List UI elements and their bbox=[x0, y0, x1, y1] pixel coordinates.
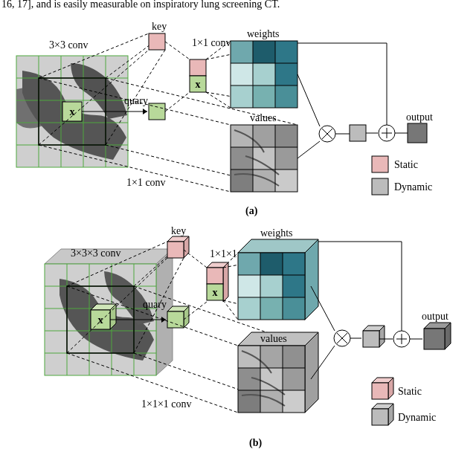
b-output-label: output bbox=[422, 311, 448, 322]
svg-rect-100 bbox=[167, 311, 184, 328]
a-legend-dynamic: Dynamic bbox=[394, 181, 432, 193]
svg-rect-35 bbox=[253, 63, 275, 85]
svg-marker-17 bbox=[143, 109, 147, 114]
svg-rect-32 bbox=[253, 41, 275, 63]
panel-b: x 3×3×3 conv key quary 1×1×1 conv bbox=[45, 225, 451, 449]
a-output-label: output bbox=[406, 112, 433, 123]
svg-rect-137 bbox=[260, 368, 283, 390]
svg-rect-119 bbox=[283, 253, 305, 275]
svg-rect-45 bbox=[231, 125, 253, 147]
svg-rect-166 bbox=[372, 383, 388, 399]
svg-rect-140 bbox=[260, 390, 283, 413]
svg-marker-108 bbox=[223, 262, 228, 302]
svg-marker-115 bbox=[238, 239, 318, 253]
svg-line-23 bbox=[165, 42, 190, 59]
svg-rect-117 bbox=[238, 253, 260, 275]
svg-rect-52 bbox=[253, 169, 275, 192]
b-caption: (b) bbox=[249, 437, 262, 449]
svg-rect-34 bbox=[231, 63, 253, 85]
svg-rect-38 bbox=[253, 85, 275, 108]
b-weights-label: weights bbox=[260, 227, 293, 239]
svg-rect-109 bbox=[207, 268, 223, 284]
svg-rect-133 bbox=[238, 346, 260, 368]
svg-rect-154 bbox=[363, 331, 379, 347]
svg-rect-51 bbox=[231, 169, 253, 192]
svg-rect-47 bbox=[275, 125, 298, 147]
b-legend-static: Static bbox=[398, 386, 422, 397]
b-key-label: key bbox=[171, 225, 186, 236]
a-weights-label: weights bbox=[247, 28, 280, 39]
svg-rect-46 bbox=[253, 125, 275, 147]
b-values-label: values bbox=[260, 333, 287, 344]
svg-rect-135 bbox=[283, 346, 305, 368]
a-conv1-label: 1×1 conv bbox=[126, 177, 166, 188]
svg-rect-123 bbox=[238, 297, 260, 320]
svg-rect-73 bbox=[372, 178, 388, 195]
svg-rect-37 bbox=[231, 85, 253, 108]
svg-rect-25 bbox=[190, 59, 206, 76]
diagram-canvas: 16, 17], and is easily measurable on ins… bbox=[0, 0, 476, 475]
context-text: 16, 17], and is easily measurable on ins… bbox=[1, 0, 280, 10]
svg-rect-121 bbox=[260, 275, 283, 297]
svg-rect-169 bbox=[372, 409, 388, 425]
a-weights-grid: weights bbox=[231, 28, 298, 108]
b-values-cube: values bbox=[238, 332, 318, 413]
svg-rect-15 bbox=[149, 33, 165, 50]
svg-rect-124 bbox=[260, 297, 283, 320]
panel-a: x 3×3 conv key quary 1×1 conv x 1×1 conv bbox=[16, 21, 433, 217]
svg-rect-49 bbox=[253, 147, 275, 169]
svg-rect-122 bbox=[283, 275, 305, 297]
svg-rect-31 bbox=[231, 41, 253, 63]
a-quary-label: quary bbox=[124, 95, 148, 106]
svg-rect-125 bbox=[283, 297, 305, 320]
b-quary-label: quary bbox=[143, 299, 167, 310]
b-conv3-label: 3×3×3 conv bbox=[71, 248, 121, 259]
svg-rect-139 bbox=[238, 390, 260, 413]
svg-rect-39 bbox=[275, 85, 298, 108]
a-legend: Static Dynamic bbox=[372, 156, 432, 195]
svg-rect-50 bbox=[275, 147, 298, 169]
svg-line-24 bbox=[165, 92, 190, 112]
a-values-label: values bbox=[250, 112, 277, 123]
svg-rect-72 bbox=[372, 156, 388, 172]
svg-line-59 bbox=[298, 74, 320, 126]
b-x-stack: x bbox=[213, 287, 218, 298]
b-legend-dynamic: Dynamic bbox=[398, 412, 436, 423]
a-key-label: key bbox=[152, 21, 167, 32]
svg-rect-138 bbox=[283, 368, 305, 390]
a-values-grid: values bbox=[231, 112, 298, 192]
b-legend: Static Dynamic bbox=[372, 378, 436, 425]
b-conv1-label: 1×1×1 conv bbox=[141, 398, 192, 410]
a-x-stack: x bbox=[196, 79, 201, 90]
svg-rect-36 bbox=[275, 63, 298, 85]
svg-line-60 bbox=[298, 141, 320, 158]
svg-rect-95 bbox=[167, 242, 184, 258]
a-conv1x1-label: 1×1 conv bbox=[192, 37, 231, 48]
svg-rect-64 bbox=[350, 125, 366, 141]
svg-rect-33 bbox=[275, 41, 298, 63]
a-conv3-label: 3×3 conv bbox=[49, 39, 89, 51]
svg-rect-120 bbox=[238, 275, 260, 297]
svg-marker-132 bbox=[305, 332, 318, 413]
svg-rect-118 bbox=[260, 253, 283, 275]
svg-rect-69 bbox=[408, 123, 427, 143]
svg-rect-141 bbox=[283, 390, 305, 413]
svg-rect-48 bbox=[231, 147, 253, 169]
svg-rect-163 bbox=[424, 329, 445, 349]
svg-rect-134 bbox=[260, 346, 283, 368]
svg-marker-116 bbox=[305, 239, 318, 320]
svg-rect-53 bbox=[275, 169, 298, 192]
a-caption: (a) bbox=[245, 205, 258, 217]
b-weights-cube: weights bbox=[238, 227, 318, 320]
a-legend-static: Static bbox=[394, 159, 418, 170]
